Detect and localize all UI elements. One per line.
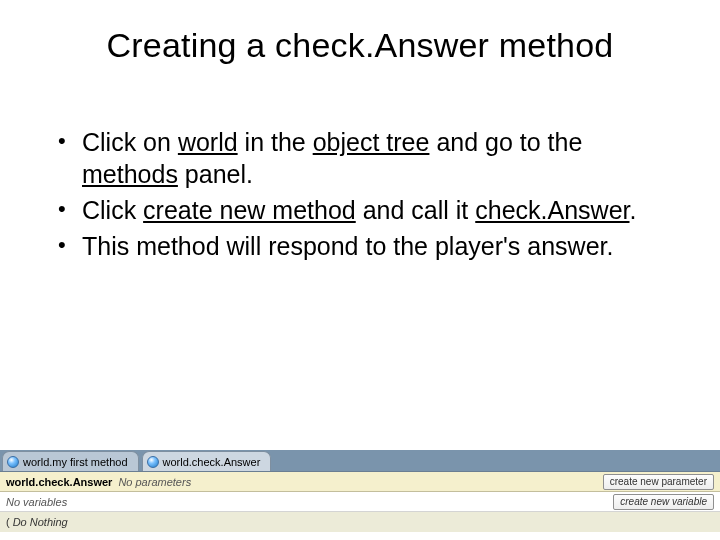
bullet-text: Click on (82, 128, 178, 156)
open-brace-icon: ( (6, 516, 10, 528)
bullet-text: and call it (356, 196, 476, 224)
bullet-item: This method will respond to the player's… (54, 230, 680, 262)
bullet-text: create new method (143, 196, 356, 224)
bullet-text: This method will respond to the player's… (82, 232, 613, 260)
bullet-text: object tree (313, 128, 430, 156)
bullet-text: world (178, 128, 238, 156)
method-editor: world.my first methodworld.check.Answer … (0, 450, 720, 532)
bullet-text: . (630, 196, 637, 224)
bullet-text: and go to the (429, 128, 582, 156)
bullet-item: Click on world in the object tree and go… (54, 126, 680, 190)
method-name: world.check.Answer (6, 476, 112, 488)
bullet-text: check.Answer (475, 196, 629, 224)
variables-row: No variables create new variable (0, 492, 720, 512)
bullet-text: Click (82, 196, 143, 224)
tab[interactable]: world.check.Answer (142, 451, 272, 471)
create-new-parameter-button[interactable]: create new parameter (603, 474, 714, 490)
bullet-text: in the (238, 128, 313, 156)
bullet-list: Click on world in the object tree and go… (54, 126, 680, 262)
tab-bar: world.my first methodworld.check.Answer (0, 450, 720, 472)
bullet-text: methods (82, 160, 178, 188)
slide: Creating a check.Answer method Click on … (0, 0, 720, 540)
method-body-row: ( Do Nothing (0, 512, 720, 532)
no-params-text: No parameters (118, 476, 191, 488)
signature-row: world.check.Answer No parameters create … (0, 472, 720, 492)
bullet-text: panel. (178, 160, 253, 188)
slide-title: Creating a check.Answer method (0, 26, 720, 65)
world-icon (147, 456, 159, 468)
world-icon (7, 456, 19, 468)
tab[interactable]: world.my first method (2, 451, 139, 471)
bullet-item: Click create new method and call it chec… (54, 194, 680, 226)
create-new-variable-button[interactable]: create new variable (613, 494, 714, 510)
slide-body: Click on world in the object tree and go… (54, 126, 680, 266)
tab-label: world.check.Answer (163, 456, 261, 468)
no-vars-text: No variables (6, 496, 67, 508)
do-nothing-text: Do Nothing (13, 516, 68, 528)
tab-label: world.my first method (23, 456, 128, 468)
